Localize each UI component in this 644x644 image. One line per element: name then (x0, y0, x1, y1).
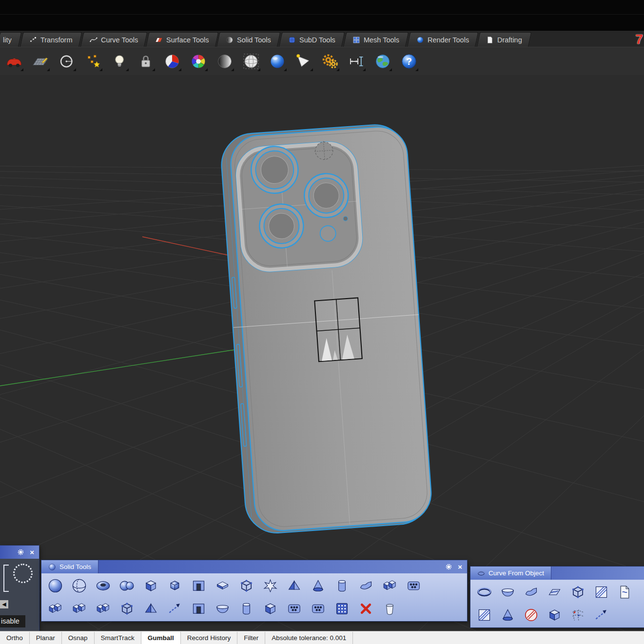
tab-mesh-tools[interactable]: Mesh Tools (343, 32, 409, 47)
cone-icon[interactable] (306, 575, 330, 597)
lock-icon[interactable] (135, 50, 156, 73)
cap-planar-holes-icon[interactable] (211, 598, 234, 620)
status-filter[interactable]: Filter (237, 632, 265, 644)
status-osnap[interactable]: Osnap (62, 632, 95, 644)
contour-icon[interactable] (613, 582, 636, 603)
viewport-perspective[interactable] (0, 75, 644, 631)
spotlight-icon[interactable] (293, 50, 314, 73)
mesh-outline-icon[interactable] (543, 605, 566, 626)
point-cloud-icon[interactable] (82, 50, 104, 73)
tab-label: Solid Tools (237, 36, 272, 44)
status-smarttrack[interactable]: SmartTrack (95, 632, 141, 644)
place-holes-icon[interactable] (306, 598, 330, 620)
extract-surface-icon[interactable] (187, 598, 211, 620)
cplane-grid-icon[interactable] (29, 50, 51, 73)
extrude-opening-icon[interactable] (187, 575, 211, 597)
pie-chart-icon[interactable] (161, 50, 183, 73)
status-ortho[interactable]: Ortho (0, 632, 30, 644)
sphere-icon[interactable] (43, 575, 67, 597)
solid-tools-tab[interactable]: Solid Tools (41, 560, 98, 573)
boolean-split-icon[interactable] (115, 598, 139, 620)
tab-solid-tools[interactable]: Solid Tools (216, 32, 280, 47)
tab-render-tools[interactable]: Render Tools (407, 32, 479, 47)
hatch-curves-icon[interactable] (472, 605, 496, 626)
panel-close-icon[interactable]: × (458, 563, 462, 570)
silhouette-icon[interactable] (496, 605, 519, 626)
tab-curve-tools[interactable]: Curve Tools (80, 32, 148, 47)
boolean-intersection-icon[interactable] (91, 598, 115, 620)
curve-from-object-titlebar[interactable]: Curve From Object (470, 567, 644, 580)
array-points-icon[interactable] (330, 598, 354, 620)
solid-tools-row2 (43, 597, 465, 620)
section-icon[interactable] (543, 582, 566, 603)
curve-from-object-tab[interactable]: Curve From Object (470, 567, 551, 580)
solid-control-points-icon[interactable] (258, 575, 282, 597)
delete-hole-icon[interactable] (354, 598, 378, 620)
sphere-diameter-icon[interactable] (67, 575, 91, 597)
hole-maker-icon[interactable] (402, 575, 426, 597)
help-icon[interactable]: ? (398, 50, 420, 73)
shaded-sphere-icon[interactable] (214, 50, 235, 73)
tab-surface-tools[interactable]: Surface Tools (146, 32, 218, 47)
boolean-union-icon[interactable] (43, 598, 67, 620)
lightbulb-icon[interactable] (108, 50, 130, 73)
round-hole-icon[interactable] (282, 598, 306, 620)
pipe-spheres-icon[interactable] (115, 575, 139, 597)
slab-icon[interactable] (211, 575, 234, 597)
polygon-prism-icon[interactable] (163, 575, 187, 597)
measure-distance-icon[interactable] (345, 50, 367, 73)
collapse-arrow-icon[interactable]: ◀ (0, 600, 8, 608)
wireframe-sphere-icon[interactable] (240, 50, 262, 73)
curve-from-object-row2 (472, 604, 642, 626)
tab-subd-tools[interactable]: SubD Tools (279, 32, 345, 47)
sketch-curve-icon[interactable] (589, 605, 613, 626)
section-profile-icon[interactable] (519, 605, 543, 626)
tab-utility[interactable]: lity (0, 32, 21, 47)
shell-solid-icon[interactable] (139, 598, 163, 620)
box-icon[interactable] (139, 575, 163, 597)
y-axis (0, 349, 241, 386)
wire-cut-icon[interactable] (234, 598, 258, 620)
settings-gears-icon[interactable] (319, 50, 341, 73)
color-wheel-icon[interactable] (187, 50, 209, 73)
panel-gear-icon[interactable] (17, 549, 24, 556)
torus-icon[interactable] (91, 575, 115, 597)
status-planar[interactable]: Planar (30, 632, 62, 644)
phone-model[interactable] (219, 123, 433, 535)
panel-gear-icon[interactable] (445, 563, 452, 570)
purge-bucket-icon[interactable] (378, 598, 402, 620)
split-solid-icon[interactable] (378, 575, 402, 597)
boolean-difference-icon[interactable] (67, 598, 91, 620)
cylinder-icon[interactable] (330, 575, 354, 597)
extract-wireframe-icon[interactable] (566, 582, 589, 603)
tab-label: SubD Tools (299, 36, 335, 44)
curve-through-points-icon[interactable] (566, 605, 589, 626)
wedge-icon[interactable] (282, 575, 306, 597)
material-sphere-icon[interactable] (266, 50, 288, 73)
tab-label: Mesh Tools (364, 36, 399, 44)
camera-bump (234, 139, 365, 274)
fillet-edge-icon[interactable] (163, 598, 187, 620)
status-bar: Ortho Planar Osnap SmartTrack Gumball Re… (0, 631, 644, 644)
dotted-circle-icon[interactable] (13, 564, 33, 583)
move-face-icon[interactable] (258, 598, 282, 620)
mini-panel-titlebar[interactable]: × (0, 546, 39, 559)
project-curve-icon[interactable] (496, 582, 519, 603)
extract-isocurve-icon[interactable] (472, 582, 496, 603)
left-dock-label: isable (0, 615, 25, 627)
panel-close-icon[interactable]: × (30, 549, 34, 556)
status-gumball[interactable]: Gumball (141, 632, 181, 644)
duplicate-border-icon[interactable] (519, 582, 543, 603)
tab-label: Curve Tools (101, 36, 138, 44)
tab-transform[interactable]: Transform (20, 32, 82, 47)
earth-icon[interactable] (371, 50, 393, 73)
car-icon[interactable] (3, 50, 25, 73)
circle-tool-icon[interactable] (56, 50, 78, 73)
intersect-objects-icon[interactable] (589, 582, 613, 603)
surface-to-solid-icon[interactable] (354, 575, 378, 597)
status-record-history[interactable]: Record History (181, 632, 237, 644)
box-edges-icon[interactable] (234, 575, 258, 597)
tab-drafting[interactable]: Drafting (477, 32, 531, 47)
curve-from-object-row1 (472, 581, 642, 604)
solid-tools-titlebar[interactable]: Solid Tools × (41, 560, 467, 573)
